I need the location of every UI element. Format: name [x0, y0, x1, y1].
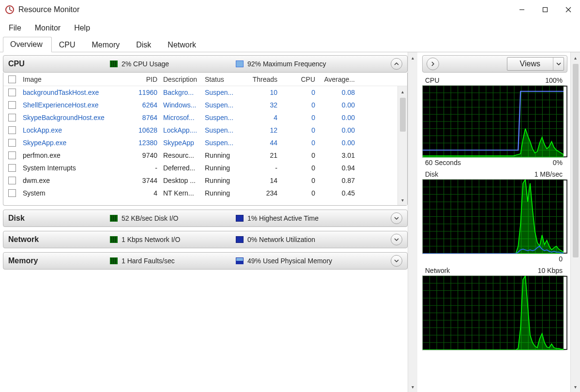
left-pane: CPU 2% CPU Usage 92% Maximum Frequency	[0, 52, 417, 392]
tab-network[interactable]: Network	[160, 37, 205, 52]
disk-active-metric: 1% Highest Active Time	[236, 214, 391, 222]
table-row[interactable]: perfmon.exe9740Resourc...Running2103.01	[3, 149, 397, 162]
table-row[interactable]: dwm.exe3744Desktop ...Running1400.87	[3, 174, 397, 187]
memory-expand-button[interactable]	[391, 255, 402, 267]
scroll-up-icon[interactable]: ▴	[571, 52, 580, 63]
scroll-down-icon[interactable]: ▾	[571, 381, 580, 392]
table-row[interactable]: LockApp.exe10628LockApp....Suspen...1200…	[3, 124, 397, 136]
row-checkbox[interactable]	[8, 151, 16, 159]
content-area: CPU 2% CPU Usage 92% Maximum Frequency	[0, 52, 580, 392]
cpu-table-scrollbar[interactable]: ▴ ▾	[397, 86, 407, 205]
cell-status: Running	[202, 189, 237, 197]
cell-description: SkypeApp	[160, 139, 202, 147]
header-checkbox[interactable]	[8, 75, 16, 83]
row-checkbox[interactable]	[8, 89, 16, 96]
chart-title: Disk	[425, 170, 438, 178]
menu-bar: File Monitor Help	[0, 19, 580, 36]
disk-io-metric: 52 KB/sec Disk I/O	[110, 214, 236, 222]
cell-threads: 44	[237, 139, 280, 147]
scroll-up-icon[interactable]: ▴	[408, 52, 417, 63]
cell-threads: 12	[237, 126, 280, 134]
col-image[interactable]: Image	[20, 75, 126, 83]
cell-threads: 10	[237, 89, 280, 96]
network-expand-button[interactable]	[391, 234, 402, 245]
table-row[interactable]: ShellExperienceHost.exe6264Windows...Sus…	[3, 99, 397, 111]
cell-description: Resourc...	[160, 151, 202, 159]
table-row[interactable]: SkypeBackgroundHost.exe8764Microsof...Su…	[3, 111, 397, 124]
row-checkbox[interactable]	[8, 177, 16, 184]
chevron-right-icon	[430, 61, 435, 66]
cpu-freq-icon	[236, 60, 244, 67]
cell-threads: 4	[237, 114, 280, 121]
col-cpu[interactable]: CPU	[280, 75, 318, 83]
row-checkbox[interactable]	[8, 114, 16, 121]
memory-panel-header[interactable]: Memory 1 Hard Faults/sec 49% Used Physic…	[3, 252, 408, 270]
cpu-panel-header[interactable]: CPU 2% CPU Usage 92% Maximum Frequency	[3, 55, 408, 73]
title-bar-left: Resource Monitor	[5, 5, 79, 15]
chart-cpu: CPU100%60 Seconds0%	[422, 76, 567, 169]
table-row[interactable]: SkypeApp.exe12380SkypeAppSuspen...4400.0…	[3, 136, 397, 149]
views-dropdown[interactable]: Views	[507, 57, 564, 71]
scroll-thumb[interactable]	[400, 98, 406, 132]
col-pid[interactable]: PID	[126, 75, 160, 83]
cell-status: Suspen...	[202, 139, 237, 147]
cpu-freq-metric: 92% Maximum Frequency	[236, 60, 391, 68]
menu-file[interactable]: File	[2, 21, 28, 35]
network-io-icon	[110, 236, 118, 243]
table-row[interactable]: backgroundTaskHost.exe11960Backgro...Sus…	[3, 86, 397, 99]
chevron-down-icon	[394, 237, 399, 242]
maximize-button[interactable]	[534, 0, 557, 19]
cell-image: System	[20, 189, 126, 197]
cell-pid: 8764	[126, 114, 160, 121]
network-util-metric: 0% Network Utilization	[236, 236, 391, 243]
cell-average: 0.00	[318, 126, 358, 134]
disk-io-text: 52 KB/sec Disk I/O	[122, 214, 178, 222]
cell-description: Backgro...	[160, 89, 202, 96]
scroll-down-icon[interactable]: ▾	[408, 381, 417, 392]
chart-frame	[422, 179, 567, 254]
cell-cpu: 0	[280, 177, 318, 184]
cell-pid: 12380	[126, 139, 160, 147]
cell-description: NT Kern...	[160, 189, 202, 197]
cell-threads: 14	[237, 177, 280, 184]
chart-svg	[423, 276, 564, 350]
left-pane-scrollbar[interactable]: ▴ ▾	[408, 52, 417, 392]
cell-cpu: 0	[280, 89, 318, 96]
col-threads[interactable]: Threads	[237, 75, 280, 83]
cell-image: dwm.exe	[20, 177, 126, 184]
cell-status: Running	[202, 164, 237, 172]
table-row[interactable]: System4NT Kern...Running23400.45	[3, 187, 397, 199]
scroll-thumb[interactable]	[573, 64, 579, 257]
chart-disk: Disk1 MB/sec0	[422, 170, 567, 266]
row-checkbox[interactable]	[8, 139, 16, 147]
scroll-up-icon[interactable]: ▴	[398, 86, 407, 97]
tab-memory[interactable]: Memory	[84, 37, 129, 52]
table-row[interactable]: System Interrupts-Deferred...Running-00.…	[3, 162, 397, 174]
col-average[interactable]: Average...	[318, 75, 358, 83]
tab-overview[interactable]: Overview	[3, 37, 52, 52]
row-checkbox[interactable]	[8, 101, 16, 109]
close-button[interactable]	[557, 0, 580, 19]
tab-cpu[interactable]: CPU	[52, 37, 85, 52]
col-description[interactable]: Description	[160, 75, 202, 83]
memory-faults-text: 1 Hard Faults/sec	[122, 257, 175, 265]
network-util-text: 0% Network Utilization	[247, 236, 315, 243]
disk-panel-header[interactable]: Disk 52 KB/sec Disk I/O 1% Highest Activ…	[3, 210, 408, 227]
scroll-down-icon[interactable]: ▾	[398, 195, 407, 205]
network-panel-header[interactable]: Network 1 Kbps Network I/O 0% Network Ut…	[3, 231, 408, 248]
tab-disk[interactable]: Disk	[129, 37, 160, 52]
row-checkbox[interactable]	[8, 164, 16, 172]
memory-used-text: 49% Used Physical Memory	[247, 257, 332, 265]
views-prev-button[interactable]	[427, 58, 439, 70]
disk-expand-button[interactable]	[391, 212, 402, 224]
cpu-collapse-button[interactable]	[391, 58, 402, 70]
cell-average: 0.00	[318, 114, 358, 121]
row-checkbox[interactable]	[8, 189, 16, 197]
menu-help[interactable]: Help	[67, 21, 97, 35]
col-status[interactable]: Status	[202, 75, 237, 83]
disk-io-icon	[110, 215, 118, 222]
menu-monitor[interactable]: Monitor	[28, 21, 67, 35]
minimize-button[interactable]	[510, 0, 534, 19]
right-pane-scrollbar[interactable]: ▴ ▾	[570, 52, 580, 392]
row-checkbox[interactable]	[8, 126, 16, 134]
